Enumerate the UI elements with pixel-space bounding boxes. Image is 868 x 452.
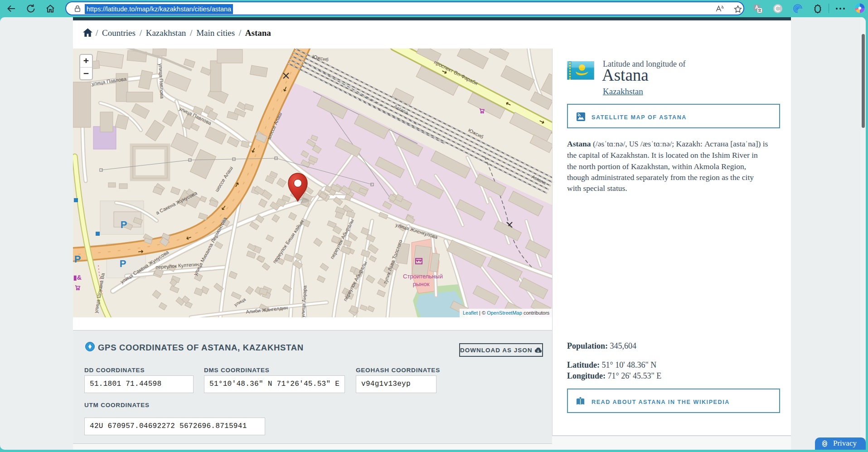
svg-text:рынок: рынок bbox=[413, 281, 430, 287]
svg-text:Строительный: Строительный bbox=[403, 273, 443, 280]
svg-text:▮&: ▮& bbox=[73, 274, 82, 281]
svg-text:P: P bbox=[74, 253, 81, 265]
svg-text:P: P bbox=[120, 258, 126, 269]
svg-text:P: P bbox=[121, 219, 127, 230]
svg-text:Leaflet | © OpenStreetMap cont: Leaflet | © OpenStreetMap contributors bbox=[463, 310, 550, 316]
